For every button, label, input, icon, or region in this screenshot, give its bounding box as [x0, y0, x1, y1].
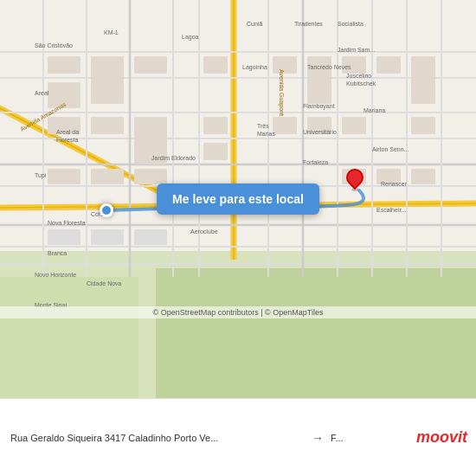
origin-label: Rua Geraldo Siqueira 3417 Caladinho Port…: [10, 433, 305, 443]
svg-rect-52: [376, 56, 401, 74]
map-container: São Cristóvão Areal Areal da Floresta Tu…: [0, 0, 476, 398]
svg-rect-35: [48, 169, 80, 184]
navigate-button[interactable]: Me leve para este local: [157, 183, 319, 215]
moovit-brand-text: moovit: [416, 428, 467, 447]
svg-text:KM-1: KM-1: [104, 29, 119, 35]
svg-text:Floresta: Floresta: [56, 137, 78, 143]
svg-text:Mariana: Mariana: [363, 107, 385, 113]
svg-text:Lagoa: Lagoa: [182, 34, 199, 41]
svg-text:Cuniã: Cuniã: [247, 21, 262, 27]
svg-text:Tupi: Tupi: [35, 172, 47, 179]
moovit-logo: moovit: [398, 398, 476, 476]
svg-rect-39: [91, 229, 124, 245]
map-attribution: © OpenStreetMap contributors | © OpenMap…: [0, 306, 476, 318]
svg-text:Jardim Eldorado: Jardim Eldorado: [151, 155, 196, 161]
svg-text:Escalheir...: Escalheir...: [376, 207, 406, 213]
svg-rect-3: [0, 277, 138, 398]
svg-rect-51: [342, 117, 366, 134]
svg-rect-30: [48, 56, 80, 74]
svg-text:Fortaleza: Fortaleza: [303, 159, 328, 165]
destination-label: F...: [331, 433, 344, 443]
arrow-right-icon: →: [312, 431, 324, 445]
svg-text:Lagoinha: Lagoinha: [242, 64, 267, 71]
svg-rect-53: [411, 56, 435, 104]
svg-text:Tiradentes: Tiradentes: [294, 21, 323, 27]
svg-text:Jardim Sam...: Jardim Sam...: [338, 47, 375, 53]
svg-text:Marias: Marias: [257, 131, 276, 137]
svg-rect-44: [203, 117, 228, 134]
svg-rect-43: [203, 56, 228, 74]
svg-text:Tancredo Neves: Tancredo Neves: [307, 64, 351, 70]
svg-text:Renascer: Renascer: [381, 181, 408, 187]
svg-text:Nova Floresta: Nova Floresta: [48, 220, 86, 226]
svg-text:Novo Horizonte: Novo Horizonte: [35, 272, 76, 278]
svg-text:Cidade Nova: Cidade Nova: [87, 280, 122, 286]
svg-text:Areal: Areal: [35, 90, 49, 96]
svg-text:Juscelino: Juscelino: [346, 73, 371, 79]
svg-rect-57: [411, 169, 435, 184]
svg-rect-45: [203, 143, 228, 160]
svg-text:Kubitschek: Kubitschek: [346, 80, 376, 87]
destination-marker: [346, 169, 363, 191]
svg-text:Três: Três: [257, 123, 269, 129]
svg-rect-42: [134, 229, 167, 245]
svg-rect-33: [134, 56, 167, 74]
svg-text:Socialista: Socialista: [338, 21, 363, 27]
svg-rect-36: [48, 229, 80, 245]
svg-rect-54: [411, 117, 435, 134]
svg-text:Universitário: Universitário: [303, 129, 337, 135]
svg-text:Branca: Branca: [48, 250, 67, 256]
svg-rect-32: [91, 56, 124, 104]
svg-rect-37: [91, 117, 124, 134]
svg-rect-41: [134, 169, 167, 184]
svg-text:Flamboyant: Flamboyant: [303, 103, 335, 110]
origin-marker: [100, 203, 113, 217]
svg-text:Airton Senn...: Airton Senn...: [372, 146, 408, 152]
svg-rect-47: [273, 117, 297, 134]
svg-text:Avenida Guaporé: Avenida Guaporé: [278, 69, 285, 116]
svg-text:São Cristóvão: São Cristóvão: [35, 42, 73, 48]
bottom-bar: Rua Geraldo Siqueira 3417 Caladinho Port…: [0, 398, 476, 476]
svg-text:Aeroclube: Aeroclube: [190, 228, 218, 235]
svg-text:Areal da: Areal da: [56, 129, 79, 135]
svg-rect-38: [91, 169, 124, 184]
svg-rect-2: [156, 268, 476, 398]
